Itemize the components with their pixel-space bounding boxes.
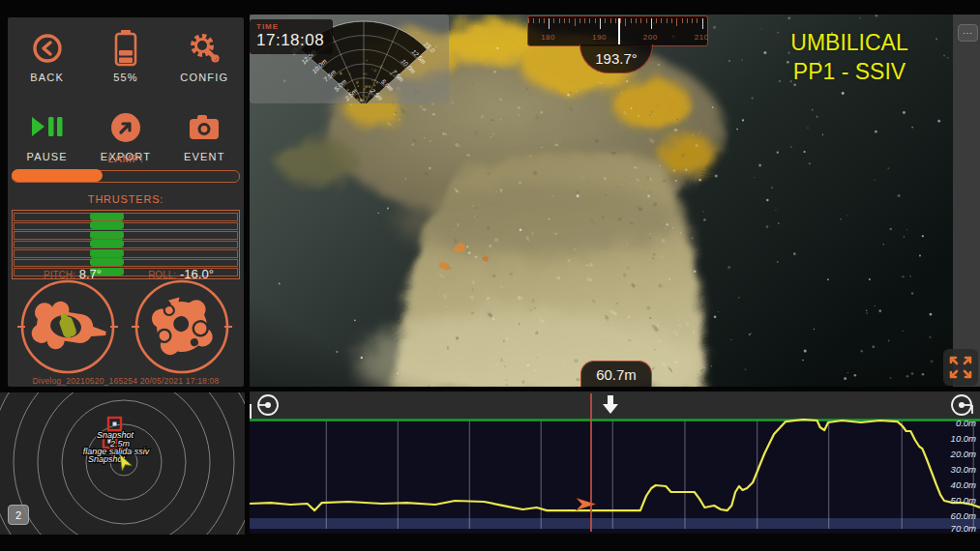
rov-side-silhouette — [30, 298, 110, 357]
time-label: TIME — [256, 22, 324, 31]
thruster-level-bar — [90, 258, 124, 266]
fullscreen-button[interactable] — [943, 349, 978, 386]
more-options-button[interactable]: ... — [958, 24, 978, 42]
compass-tick — [600, 18, 601, 29]
title-line-1: UMBILICAL — [766, 28, 933, 57]
lamp-section: LAMP: — [12, 153, 240, 183]
lamp-label: LAMP: — [12, 153, 240, 164]
play-pause-icon — [29, 106, 66, 149]
compass-tick — [702, 18, 703, 29]
rov-pitch-indicator — [17, 276, 118, 377]
depth-axis-label: 70.0m — [951, 523, 976, 534]
compass-degree-label: 200 — [643, 33, 658, 42]
thruster-level-bar — [90, 240, 124, 247]
rov-pilot-app: BACK 55% — [0, 0, 980, 551]
timeline-left-edge-mark — [250, 404, 252, 419]
expand-arrows-icon — [948, 355, 973, 380]
depth-axis-label: 60.0m — [951, 510, 976, 521]
compass-tick — [676, 18, 677, 26]
battery-indicator: 55% — [86, 27, 164, 106]
depth-axis-label: 10.0m — [951, 433, 976, 444]
compass-tick — [549, 18, 549, 29]
side-toolbar: ... — [953, 14, 980, 387]
compass-tick — [661, 18, 662, 23]
depth-axis-label: 0.0m — [956, 419, 976, 428]
compass-heading-marker — [618, 18, 620, 44]
back-label: BACK — [30, 72, 64, 83]
compass-tick — [605, 18, 606, 23]
control-panel: BACK 55% — [8, 17, 244, 387]
depth-profile-plot[interactable]: 0.0m10.0m20.0m30.0m40.0m50.0m60.0m70.0m — [250, 419, 980, 534]
thruster-row — [14, 222, 238, 231]
compass-degree-label: 190 — [592, 33, 607, 42]
compass-tick — [533, 18, 534, 23]
compass-tick — [667, 18, 668, 23]
battery-icon — [113, 27, 138, 70]
compass-tick — [615, 18, 616, 23]
back-button[interactable]: BACK — [8, 27, 86, 106]
depth-axis-label: 40.0m — [951, 479, 976, 490]
scrub-down-arrow[interactable] — [602, 394, 619, 419]
dive-target-title: UMBILICAL PP1 - SSIV — [766, 28, 933, 86]
timeline-header — [250, 392, 980, 419]
timeline-start-icon[interactable] — [254, 392, 280, 418]
compass-tick — [671, 18, 672, 23]
compass-tick — [620, 18, 621, 23]
compass-tick — [584, 18, 585, 23]
thruster-row — [14, 249, 238, 258]
config-button[interactable]: CONFIG — [165, 27, 244, 106]
depth-readout: 60.7m — [580, 361, 652, 387]
export-icon — [108, 106, 143, 149]
timeline-end-icon[interactable] — [950, 392, 975, 418]
compass-tick — [544, 18, 545, 23]
compass-degree-label: 210 — [695, 33, 708, 42]
compass-tick — [569, 18, 570, 23]
rov-top-silhouette — [148, 291, 216, 359]
compass-tick — [625, 18, 626, 26]
compass-tick — [528, 18, 529, 23]
thruster-level-bar — [90, 231, 124, 239]
compass-tape: 180190200210 — [527, 15, 708, 46]
seabed-band — [250, 518, 980, 529]
thruster-level-bar — [90, 213, 124, 220]
compass-tick — [692, 18, 693, 23]
compass-tick — [539, 18, 540, 23]
thruster-level-bar — [90, 249, 124, 257]
time-value: 17:18:08 — [256, 31, 324, 50]
compass-tick — [636, 18, 637, 23]
depth-axis-label: 30.0m — [951, 464, 976, 475]
main-video-feed: 2.5m2.5m5.0m5.0m7.5m7.5m10.0m10.0m12.5m1… — [250, 14, 953, 387]
compass-tick — [707, 18, 708, 23]
depth-timeline[interactable]: 0.0m10.0m20.0m30.0m40.0m50.0m60.0m70.0m — [250, 392, 980, 534]
compass-tick — [564, 18, 565, 23]
depth-axis-label: 20.0m — [950, 449, 976, 459]
battery-label: 55% — [113, 72, 138, 83]
thruster-row — [14, 259, 238, 268]
playhead-cursor[interactable] — [590, 393, 592, 532]
lamp-slider-fill — [12, 169, 103, 182]
title-line-2: PP1 - SSIV — [766, 57, 933, 86]
depth-axis-label: 50.0m — [951, 495, 976, 506]
sonar-plan-view[interactable]: Snapshot2.5mflange salida ssivSnapshot 2 — [0, 392, 245, 535]
back-icon — [31, 27, 64, 70]
compass-degree-label: 180 — [541, 33, 555, 42]
gear-wrench-icon — [186, 27, 223, 70]
camera-icon — [187, 106, 222, 149]
compass-tick — [687, 18, 688, 23]
attitude-section: PITCH:8.7° ROLL:-16.0° — [8, 267, 244, 375]
compass-tick — [631, 18, 632, 23]
compass-tick — [682, 18, 683, 23]
compass-tick — [575, 18, 576, 26]
compass-tick — [697, 18, 698, 23]
rov-roll-indicator — [132, 276, 232, 377]
thruster-row — [14, 213, 238, 221]
lamp-slider[interactable] — [12, 170, 240, 183]
config-label: CONFIG — [180, 72, 228, 83]
thruster-row — [14, 241, 238, 249]
compass-tick — [646, 18, 647, 23]
compass-tick — [559, 18, 560, 23]
compass-tick — [579, 18, 580, 23]
sonar-rings: Snapshot2.5mflange salida ssivSnapshot — [0, 392, 245, 535]
compass-tick — [553, 18, 554, 23]
map-range-badge[interactable]: 2 — [8, 505, 29, 525]
